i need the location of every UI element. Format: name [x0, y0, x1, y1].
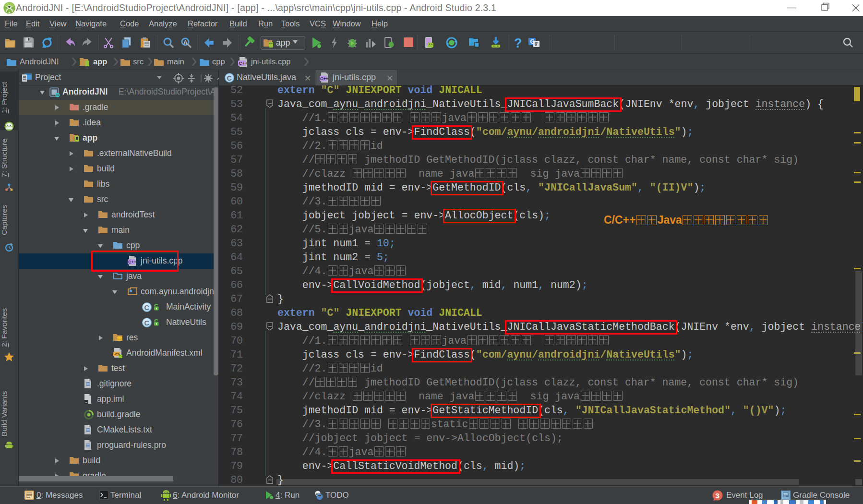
svg-text:C: C [227, 74, 232, 82]
svg-text:C: C [144, 304, 150, 312]
svg-text:C++: C++ [320, 76, 328, 81]
svg-text:C: C [144, 319, 150, 327]
svg-text:C++: C++ [239, 60, 248, 66]
svg-text:3: 3 [716, 492, 719, 500]
svg-text:?: ? [514, 36, 522, 50]
